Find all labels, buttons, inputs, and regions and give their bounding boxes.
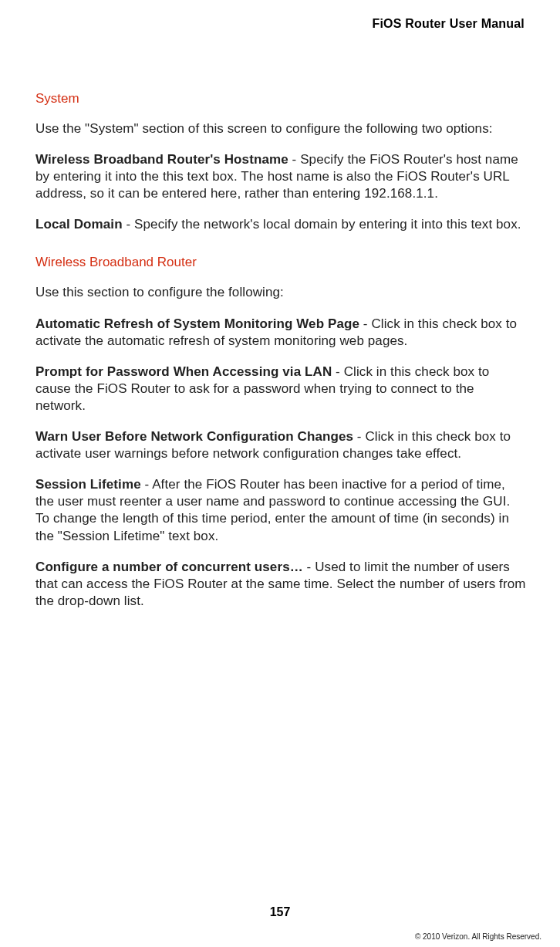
- section-heading-system: System: [35, 91, 526, 107]
- system-local-domain: Local Domain - Specify the network's loc…: [35, 216, 526, 233]
- concurrent-label: Configure a number of concurrent users…: [35, 560, 303, 574]
- system-intro: Use the "System" section of this screen …: [35, 120, 526, 137]
- warn-label: Warn User Before Network Configuration C…: [35, 429, 353, 444]
- system-hostname: Wireless Broadband Router's Hostname - S…: [35, 151, 526, 202]
- section-heading-wbr: Wireless Broadband Router: [35, 255, 526, 270]
- hostname-label: Wireless Broadband Router's Hostname: [35, 152, 288, 167]
- copyright-text: © 2010 Verizon. All Rights Reserved.: [415, 932, 541, 941]
- local-domain-label: Local Domain: [35, 217, 123, 232]
- page-number: 157: [0, 905, 560, 919]
- wbr-concurrent: Configure a number of concurrent users… …: [35, 559, 526, 610]
- wbr-intro: Use this section to configure the follow…: [35, 284, 526, 301]
- auto-refresh-label: Automatic Refresh of System Monitoring W…: [35, 316, 359, 331]
- wbr-prompt-pw: Prompt for Password When Accessing via L…: [35, 364, 526, 414]
- prompt-pw-label: Prompt for Password When Accessing via L…: [35, 364, 332, 379]
- local-domain-desc: - Specify the network's local domain by …: [123, 217, 521, 232]
- manual-title: FiOS Router User Manual: [35, 17, 526, 31]
- wbr-auto-refresh: Automatic Refresh of System Monitoring W…: [35, 316, 526, 350]
- wbr-warn: Warn User Before Network Configuration C…: [35, 428, 526, 462]
- session-label: Session Lifetime: [35, 477, 141, 492]
- document-page: FiOS Router User Manual System Use the "…: [0, 0, 560, 947]
- wbr-session: Session Lifetime - After the FiOS Router…: [35, 476, 526, 544]
